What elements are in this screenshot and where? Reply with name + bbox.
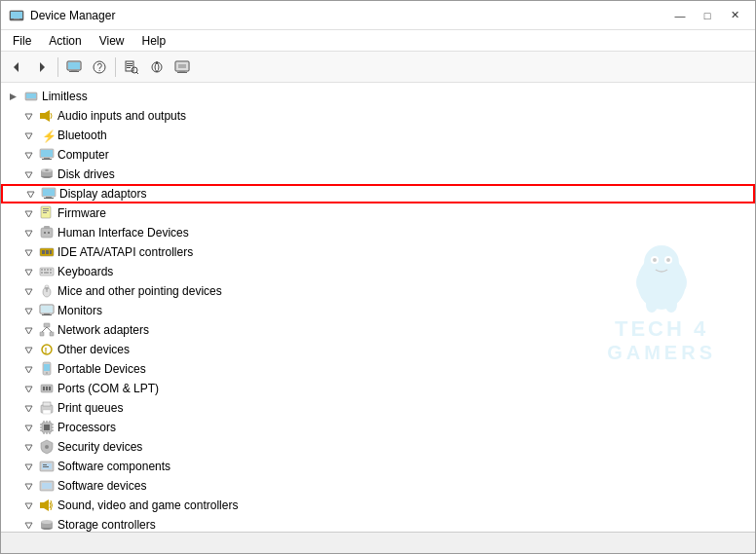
network-expand[interactable] [20, 322, 36, 338]
minimize-button[interactable]: — [667, 5, 693, 26]
svg-rect-9 [69, 71, 79, 72]
display-icon [41, 186, 57, 202]
tree-item-audio[interactable]: Audio inputs and outputs [1, 106, 755, 126]
tree-item-bluetooth[interactable]: ⚡ Bluetooth [1, 126, 755, 145]
mice-expand[interactable] [20, 283, 36, 299]
svg-rect-128 [42, 483, 52, 489]
menu-file[interactable]: File [5, 32, 39, 50]
security-expand[interactable] [20, 439, 36, 455]
sound-expand[interactable] [20, 498, 36, 513]
svg-marker-4 [14, 62, 19, 72]
bluetooth-icon: ⚡ [39, 128, 55, 143]
software-comp-expand[interactable] [20, 459, 36, 474]
toolbar-forward[interactable] [30, 55, 54, 79]
tree-item-ide[interactable]: IDE ATA/ATAPI controllers [1, 242, 755, 262]
svg-rect-30 [40, 113, 45, 119]
portable-label: Portable Devices [57, 362, 146, 376]
tree-panel[interactable]: Limitless Audio inputs and outputs [1, 83, 755, 532]
svg-marker-88 [25, 348, 32, 353]
tree-item-hid[interactable]: Human Interface Devices [1, 223, 755, 242]
audio-label: Audio inputs and outputs [57, 109, 186, 123]
tree-item-monitors[interactable]: Monitors [1, 301, 755, 320]
menu-action[interactable]: Action [41, 32, 89, 50]
svg-rect-38 [42, 159, 52, 160]
tree-item-display[interactable]: Display adaptors [1, 184, 755, 203]
audio-expand[interactable] [20, 108, 36, 124]
tree-item-disk[interactable]: Disk drives [1, 165, 755, 184]
svg-rect-68 [47, 269, 49, 271]
svg-rect-21 [176, 62, 188, 70]
disk-expand[interactable] [20, 166, 36, 182]
tree-item-mice[interactable]: Mice and other pointing devices [1, 281, 755, 301]
computer-expand[interactable] [20, 147, 36, 163]
svg-marker-5 [40, 62, 45, 72]
other-expand[interactable] [20, 342, 36, 357]
toolbar-properties[interactable] [120, 55, 143, 79]
display-expand[interactable] [22, 186, 38, 202]
svg-marker-31 [45, 110, 50, 122]
svg-marker-49 [25, 211, 32, 217]
firmware-expand[interactable] [20, 205, 36, 221]
svg-rect-37 [44, 158, 50, 159]
svg-rect-51 [43, 208, 49, 209]
svg-marker-32 [25, 133, 32, 139]
portable-expand[interactable] [20, 361, 36, 377]
tree-item-network[interactable]: Network adapters [1, 320, 755, 340]
toolbar-update[interactable] [145, 55, 169, 79]
hid-expand[interactable] [20, 225, 36, 240]
svg-rect-62 [46, 250, 49, 254]
svg-rect-1 [11, 12, 22, 18]
computer-icon [39, 147, 55, 163]
svg-point-58 [48, 232, 50, 234]
maximize-button[interactable]: □ [695, 5, 720, 26]
network-icon [39, 322, 55, 338]
title-bar-left: Device Manager [9, 8, 115, 23]
keyboards-expand[interactable] [20, 264, 36, 279]
menu-bar: File Action View Help [1, 30, 755, 52]
tree-item-security[interactable]: Security devices [1, 437, 755, 457]
svg-rect-124 [43, 464, 47, 465]
monitors-expand[interactable] [20, 303, 36, 318]
svg-marker-26 [10, 93, 17, 100]
tree-item-keyboards[interactable]: Keyboards [1, 262, 755, 281]
tree-root[interactable]: Limitless [1, 87, 755, 106]
ide-expand[interactable] [20, 244, 36, 260]
tree-item-software-dev[interactable]: Software devices [1, 476, 755, 496]
ports-expand[interactable] [20, 381, 36, 396]
processors-expand[interactable] [20, 420, 36, 435]
tree-item-processors[interactable]: Processors [1, 418, 755, 437]
menu-view[interactable]: View [92, 32, 132, 50]
menu-help[interactable]: Help [134, 32, 174, 50]
svg-rect-67 [44, 269, 46, 271]
close-button[interactable]: ✕ [722, 5, 747, 26]
svg-rect-70 [41, 272, 43, 274]
toolbar-computer[interactable] [62, 55, 86, 79]
tree-item-sound[interactable]: Sound, video and game controllers [1, 496, 755, 515]
tree-item-firmware[interactable]: Firmware [1, 203, 755, 223]
tree-item-print[interactable]: Print queues [1, 398, 755, 418]
tree-item-storage[interactable]: Storage controllers [1, 515, 755, 532]
svg-marker-100 [25, 406, 32, 412]
software-dev-expand[interactable] [20, 478, 36, 494]
display-label: Display adaptors [59, 187, 146, 201]
svg-marker-82 [25, 328, 32, 334]
svg-marker-39 [25, 172, 32, 178]
tree-item-software-comp[interactable]: Software components [1, 457, 755, 476]
ports-icon [39, 381, 55, 396]
root-expand-icon[interactable] [5, 89, 20, 104]
toolbar-monitor[interactable] [170, 55, 194, 79]
svg-rect-79 [41, 306, 53, 313]
svg-rect-14 [127, 65, 132, 66]
bluetooth-label: Bluetooth [57, 129, 107, 142]
bluetooth-expand[interactable] [20, 128, 36, 143]
print-expand[interactable] [20, 400, 36, 416]
tree-item-other[interactable]: ! Other devices [1, 340, 755, 359]
svg-marker-104 [25, 425, 32, 431]
tree-item-computer[interactable]: Computer [1, 145, 755, 165]
toolbar-back[interactable] [5, 55, 28, 79]
tree-item-ports[interactable]: Ports (COM & LPT) [1, 379, 755, 398]
status-bar [1, 532, 755, 553]
storage-expand[interactable] [20, 517, 36, 532]
toolbar-help[interactable]: ? [88, 55, 111, 79]
tree-item-portable[interactable]: Portable Devices [1, 359, 755, 379]
